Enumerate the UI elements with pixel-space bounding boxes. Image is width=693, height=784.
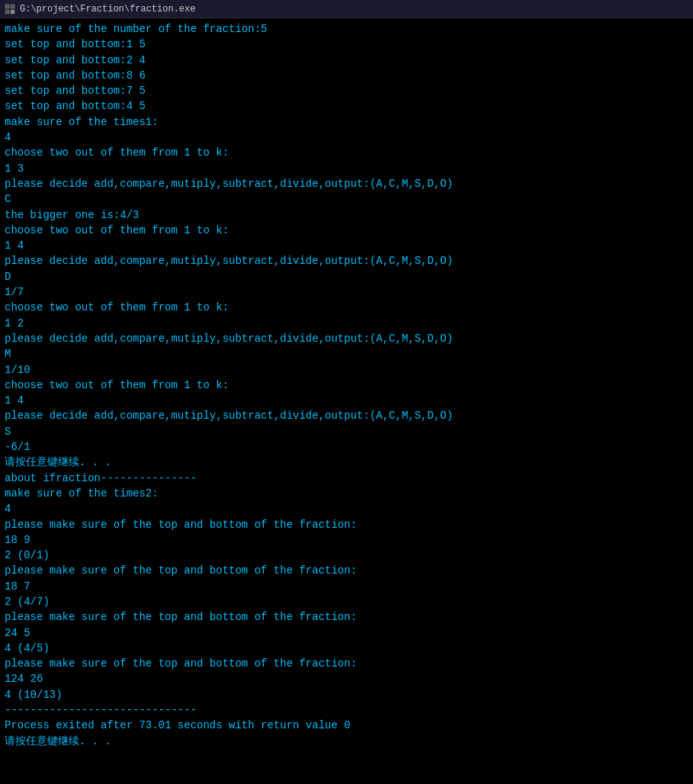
console-line: 18 9 bbox=[5, 532, 688, 548]
console-line: M bbox=[5, 346, 688, 361]
console-line: 1 2 bbox=[5, 316, 688, 331]
console-line: 1 4 bbox=[5, 238, 688, 253]
console-line: make sure of the times1: bbox=[5, 114, 688, 130]
console-line: please make sure of the top and bottom o… bbox=[5, 609, 688, 625]
console-line: set top and bottom:7 5 bbox=[5, 83, 688, 98]
console-line: make sure of the number of the fraction:… bbox=[5, 21, 688, 37]
console-line: about ifraction--------------- bbox=[5, 471, 688, 486]
console-output: make sure of the number of the fraction:… bbox=[0, 18, 693, 784]
console-line: 4 (4/5) bbox=[5, 641, 688, 656]
console-line: the bigger one is:4/3 bbox=[5, 207, 688, 223]
console-line: please make sure of the top and bottom o… bbox=[5, 517, 688, 532]
window-title: G:\project\Fraction\fraction.exe bbox=[20, 4, 195, 14]
console-line: please decide add,compare,mutiply,subtra… bbox=[5, 408, 688, 423]
console-line: 2 (4/7) bbox=[5, 594, 688, 609]
console-line: 4 bbox=[5, 501, 688, 516]
console-line: please decide add,compare,mutiply,subtra… bbox=[5, 253, 688, 268]
console-line: please make sure of the top and bottom o… bbox=[5, 656, 688, 671]
console-line: set top and bottom:8 6 bbox=[5, 68, 688, 83]
console-line: choose two out of them from 1 to k: bbox=[5, 223, 688, 238]
svg-rect-0 bbox=[5, 5, 9, 8]
console-line: 4 (10/13) bbox=[5, 687, 688, 702]
console-line: 4 bbox=[5, 130, 688, 145]
console-line: choose two out of them from 1 to k: bbox=[5, 300, 688, 315]
console-line: set top and bottom:2 4 bbox=[5, 53, 688, 68]
console-line: set top and bottom:4 5 bbox=[5, 98, 688, 114]
console-line: C bbox=[5, 191, 688, 207]
console-line: please decide add,compare,mutiply,subtra… bbox=[5, 176, 688, 191]
console-line: 18 7 bbox=[5, 579, 688, 594]
console-line: Process exited after 73.01 seconds with … bbox=[5, 718, 688, 733]
console-line: choose two out of them from 1 to k: bbox=[5, 378, 688, 393]
console-line: 1/10 bbox=[5, 362, 688, 378]
console-line: -6/1 bbox=[5, 439, 688, 455]
svg-rect-1 bbox=[11, 5, 14, 8]
console-line: 124 26 bbox=[5, 671, 688, 686]
console-line: 2 (0/1) bbox=[5, 548, 688, 563]
console-line: ------------------------------ bbox=[5, 702, 688, 718]
svg-rect-3 bbox=[11, 10, 14, 14]
console-line: 请按任意键继续. . . bbox=[5, 455, 688, 470]
svg-rect-2 bbox=[5, 10, 9, 14]
console-line: 1 3 bbox=[5, 161, 688, 176]
console-line: 1 4 bbox=[5, 393, 688, 408]
console-line: 1/7 bbox=[5, 284, 688, 300]
console-line: choose two out of them from 1 to k: bbox=[5, 145, 688, 160]
console-line: 请按任意键继续. . . bbox=[5, 734, 688, 749]
console-line: S bbox=[5, 424, 688, 439]
app-icon bbox=[5, 4, 15, 14]
console-line: set top and bottom:1 5 bbox=[5, 37, 688, 52]
console-line: D bbox=[5, 269, 688, 284]
console-line: please make sure of the top and bottom o… bbox=[5, 563, 688, 578]
console-line: 24 5 bbox=[5, 625, 688, 641]
title-bar: G:\project\Fraction\fraction.exe bbox=[0, 0, 693, 18]
console-line: make sure of the times2: bbox=[5, 486, 688, 501]
console-line: please decide add,compare,mutiply,subtra… bbox=[5, 331, 688, 346]
